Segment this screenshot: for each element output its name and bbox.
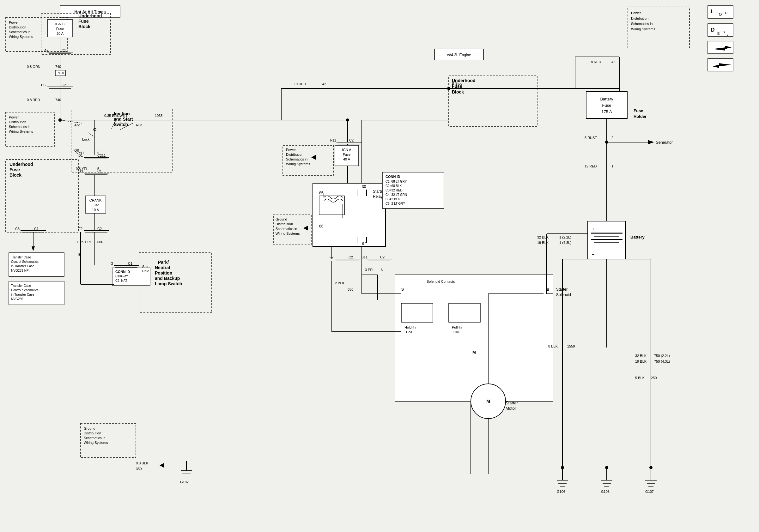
svg-text:10 A: 10 A: [92, 208, 99, 212]
svg-text:350: 350: [347, 287, 353, 291]
svg-text:E: E: [717, 32, 720, 35]
svg-text:in Transfer Case: in Transfer Case: [11, 264, 34, 268]
svg-text:87: 87: [362, 241, 366, 246]
svg-text:Fuse: Fuse: [602, 103, 612, 108]
svg-text:D3: D3: [78, 169, 83, 173]
svg-text:D5: D5: [41, 83, 46, 87]
wiring-diagram: Hot At All Times Power Distribution Sche…: [0, 0, 759, 532]
svg-text:and Backup: and Backup: [155, 276, 180, 281]
svg-text:IGN C: IGN C: [55, 22, 65, 26]
svg-text:0.35 PPL/WHT: 0.35 PPL/WHT: [104, 114, 128, 118]
svg-text:1: 1: [612, 164, 613, 168]
svg-text:Fuse: Fuse: [56, 27, 64, 31]
svg-text:P100: P100: [57, 71, 64, 75]
svg-text:C2: C2: [349, 138, 354, 142]
svg-text:1550: 1550: [567, 344, 575, 348]
svg-text:Generator: Generator: [656, 140, 673, 145]
svg-text:86: 86: [319, 224, 324, 228]
svg-text:30: 30: [362, 184, 366, 189]
svg-text:Power: Power: [9, 115, 19, 119]
svg-text:8 RED: 8 RED: [591, 60, 601, 64]
svg-text:0.8 RED: 0.8 RED: [27, 98, 40, 102]
svg-text:−: −: [592, 252, 594, 257]
svg-text:Park/: Park/: [158, 260, 169, 265]
svg-text:Acc: Acc: [74, 123, 80, 127]
svg-text:Schematics in: Schematics in: [9, 30, 30, 34]
svg-text:Holder: Holder: [634, 114, 647, 119]
svg-text:Wiring Systems: Wiring Systems: [631, 27, 655, 31]
svg-text:Block: Block: [78, 24, 90, 29]
svg-text:C2=NAT: C2=NAT: [115, 279, 127, 283]
svg-text:D: D: [711, 27, 715, 32]
svg-text:Lock: Lock: [82, 137, 90, 141]
svg-text:19 BLK: 19 BLK: [635, 360, 647, 363]
svg-text:F11: F11: [330, 138, 336, 142]
svg-text:Coil: Coil: [454, 330, 459, 334]
svg-text:2 BLK: 2 BLK: [335, 281, 345, 285]
svg-text:S: S: [401, 287, 404, 291]
svg-text:42: 42: [612, 60, 615, 64]
svg-text:B: B: [547, 287, 549, 291]
svg-text:Schematics in: Schematics in: [84, 436, 105, 440]
svg-text:G: G: [111, 262, 113, 265]
svg-text:Neutral: Neutral: [155, 265, 170, 270]
svg-text:C4=32 LT GRN: C4=32 LT GRN: [385, 193, 407, 197]
svg-text:0.8 ORN: 0.8 ORN: [27, 65, 40, 68]
svg-text:M: M: [486, 399, 490, 404]
svg-text:C2: C2: [380, 255, 384, 259]
svg-text:Run: Run: [136, 123, 142, 127]
svg-text:32 BLK: 32 BLK: [537, 235, 549, 239]
svg-text:40 A: 40 A: [343, 157, 350, 161]
svg-text:175 A: 175 A: [601, 109, 612, 114]
svg-text:C5=2 BLK: C5=2 BLK: [385, 198, 400, 201]
svg-text:CONN ID: CONN ID: [385, 175, 400, 178]
svg-text:Power: Power: [286, 148, 296, 152]
svg-text:C1=68 LT GRY: C1=68 LT GRY: [385, 180, 407, 183]
svg-text:Block: Block: [452, 90, 464, 95]
svg-text:8 BLK: 8 BLK: [548, 344, 558, 348]
svg-text:Power: Power: [9, 20, 19, 24]
svg-point-334: [59, 119, 61, 122]
svg-text:Wiring Systems: Wiring Systems: [286, 162, 310, 166]
svg-text:Schematics in: Schematics in: [631, 22, 653, 25]
svg-text:Fuse: Fuse: [10, 167, 20, 172]
svg-text:Underhood: Underhood: [78, 13, 102, 18]
svg-text:Block: Block: [10, 172, 21, 177]
svg-text:C3: C3: [15, 227, 20, 231]
svg-text:350: 350: [136, 467, 141, 471]
svg-text:IGN A: IGN A: [342, 148, 351, 152]
svg-text:Lamp Switch: Lamp Switch: [155, 281, 182, 286]
svg-text:C2: C2: [348, 255, 353, 259]
svg-text:19 BLK: 19 BLK: [537, 241, 549, 245]
svg-text:G102: G102: [180, 480, 189, 484]
svg-text:D11: D11: [361, 255, 368, 259]
svg-text:G106: G106: [557, 490, 565, 493]
svg-text:Wiring Systems: Wiring Systems: [9, 35, 33, 39]
svg-text:C2: C2: [97, 227, 102, 231]
svg-text:Schematics in: Schematics in: [286, 157, 307, 161]
svg-text:Fuse: Fuse: [92, 203, 99, 207]
svg-text:Starter: Starter: [556, 287, 568, 291]
svg-text:G108: G108: [601, 490, 610, 493]
svg-text:Battery: Battery: [600, 97, 613, 101]
svg-text:CONN ID: CONN ID: [115, 270, 130, 274]
svg-text:C2=68 BLK: C2=68 BLK: [385, 184, 402, 188]
svg-text:L: L: [711, 9, 714, 14]
svg-text:Fuse: Fuse: [78, 19, 89, 24]
svg-text:Fuse: Fuse: [452, 84, 462, 89]
svg-text:0.8 BLK: 0.8 BLK: [136, 461, 148, 465]
svg-text:250: 250: [651, 376, 657, 380]
svg-text:Pole: Pole: [142, 269, 149, 273]
svg-text:Wiring Systems: Wiring Systems: [84, 441, 108, 444]
svg-text:Power: Power: [631, 11, 641, 15]
svg-text:Underhood: Underhood: [452, 78, 476, 83]
svg-text:Transfer Case: Transfer Case: [11, 284, 31, 287]
svg-text:750 (4.3L): 750 (4.3L): [654, 360, 670, 363]
svg-text:1035: 1035: [155, 114, 162, 118]
svg-text:Schematics in: Schematics in: [9, 125, 30, 129]
svg-text:c: c: [727, 33, 728, 36]
svg-text:Fuse: Fuse: [634, 108, 643, 113]
svg-text:+: +: [592, 226, 594, 232]
svg-text:42: 42: [322, 82, 326, 86]
svg-text:O: O: [719, 12, 722, 17]
